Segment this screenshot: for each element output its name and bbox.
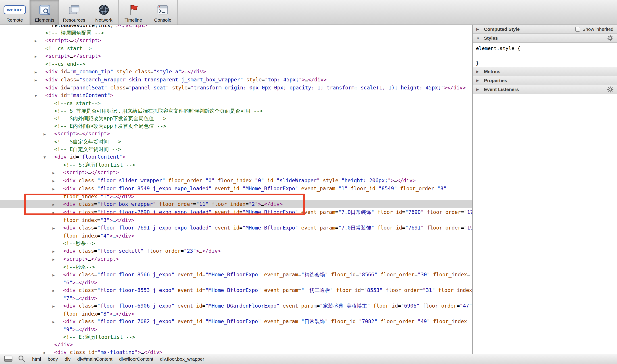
triangle-right-icon[interactable]: ▶: [476, 78, 481, 82]
breadcrumb-item[interactable]: html: [32, 356, 41, 362]
triangle-right-icon[interactable]: ▶: [476, 87, 481, 91]
disclosure-triangle-icon[interactable]: ▶: [53, 287, 63, 294]
disclosure-triangle-icon[interactable]: ▶: [53, 177, 63, 185]
triangle-right-icon[interactable]: ▶: [476, 70, 481, 74]
disclosure-triangle-icon[interactable]: ▶: [53, 256, 63, 263]
console-drawer-toggle-button[interactable]: [2, 355, 14, 364]
disclosure-triangle-icon[interactable]: ▶: [53, 185, 63, 193]
dom-tree-line[interactable]: ▶<div class="floor floor-6906 j_expo" ev…: [0, 302, 472, 310]
dom-tree-line[interactable]: ▶<script>…</script>: [0, 255, 472, 263]
tab-console[interactable]: Console: [148, 0, 178, 25]
breadcrumb-item[interactable]: div#mainContent: [77, 356, 112, 362]
tab-resources[interactable]: Resources: [59, 0, 89, 25]
tab-network[interactable]: Network: [89, 0, 119, 25]
code-token: "7.0日常装饰": [338, 225, 374, 231]
code-token: "floorContent": [79, 154, 122, 160]
dom-tree-line[interactable]: floor_index="1">…</div>: [0, 193, 472, 200]
tab-remote[interactable]: weinreRemote: [0, 0, 30, 25]
gear-icon[interactable]: [607, 86, 613, 92]
code-token: "30": [418, 272, 430, 277]
disclosure-triangle-icon[interactable]: ▶: [53, 224, 63, 232]
dom-tree-line[interactable]: ▶<div class="floor floor-7691 j_expo exp…: [0, 224, 472, 232]
dom-tree-line[interactable]: ▶<div class="search_wrapper skin-transpa…: [0, 76, 472, 84]
dom-tree-line[interactable]: ▶<div class="floor floor-8549 j_expo exp…: [0, 185, 472, 193]
inspect-search-button[interactable]: [16, 355, 28, 364]
dom-tree-line[interactable]: <!-- S内外间距改为app下发首页全局色值 -->: [0, 115, 472, 122]
dom-tree-line[interactable]: floor_index="4">…</div>: [0, 232, 472, 240]
breadcrumb-item[interactable]: div.floor.box_wrapper: [160, 356, 204, 362]
dom-tree-line[interactable]: ▼<div id="floorContent">: [0, 153, 472, 161]
dom-tree-line[interactable]: ▶<div class="floor floor-7082 j_expo" ev…: [0, 318, 472, 326]
sidebar-section-properties[interactable]: ▶Properties: [473, 76, 617, 85]
disclosure-triangle-icon[interactable]: ▶: [35, 37, 45, 45]
dom-tree-line[interactable]: <!-- S自定义年货时间 -->: [0, 138, 472, 145]
dom-tree-line[interactable]: ▼<div id="mainContent">: [0, 91, 472, 100]
dom-tree-line-selected[interactable]: ▶<div class="floor box_wrapper" floor_or…: [0, 200, 472, 208]
breadcrumb-item[interactable]: div: [65, 356, 70, 362]
dom-tree-line[interactable]: ▶<div class="floor floor-7690 j_expo exp…: [0, 208, 472, 216]
triangle-right-icon[interactable]: ▶: [476, 27, 481, 31]
dom-tree-line[interactable]: "6">…</div>: [0, 279, 472, 286]
dom-tree-line[interactable]: <!-- E自定义年货时间 -->: [0, 145, 472, 153]
dom-tree-line[interactable]: <!--秒杀-->: [0, 240, 472, 247]
dom-tree-line[interactable]: <!--cs start-->: [0, 45, 472, 52]
disclosure-triangle-icon[interactable]: ▶: [53, 318, 63, 326]
sidebar-section-computed-style[interactable]: ▶Computed StyleShow inherited: [473, 25, 617, 34]
dom-tree-line[interactable]: "9">…</div>: [0, 326, 472, 333]
dom-tree-line[interactable]: ▶<script>…</script>: [0, 37, 472, 45]
dom-tree-line[interactable]: ▶<script>…</script>: [0, 130, 472, 138]
disclosure-triangle-icon[interactable]: ▶: [53, 169, 63, 177]
dom-tree-line[interactable]: <!-- 楼层圆角配置 -->: [0, 29, 472, 37]
dom-tree-line[interactable]: </div>: [0, 341, 472, 348]
disclosure-triangle-icon[interactable]: ▶: [35, 68, 45, 76]
triangle-down-icon[interactable]: ▼: [476, 36, 481, 40]
dom-tree-line[interactable]: "7">…</div>: [0, 294, 472, 302]
tab-timeline[interactable]: Timeline: [119, 0, 148, 25]
breadcrumb-item[interactable]: body: [48, 356, 58, 362]
sidebar-section-styles[interactable]: ▼Styles: [473, 34, 617, 43]
show-inherited-checkbox[interactable]: [575, 27, 580, 32]
sidebar-section-event-listeners[interactable]: ▶Event Listeners: [473, 85, 617, 94]
tab-elements[interactable]: Elements: [30, 0, 59, 25]
element-style-rule-open[interactable]: element.style {: [476, 45, 617, 52]
disclosure-triangle-icon[interactable]: ▶: [53, 302, 63, 310]
dom-tree-line[interactable]: floor_index="8">…</div>: [0, 310, 472, 318]
code-token: "49": [418, 318, 430, 324]
gear-icon[interactable]: [607, 35, 613, 41]
dom-tree-line[interactable]: ▶<div class="floor floor-8553 j_expo" ev…: [0, 286, 472, 294]
dom-tree-line[interactable]: ▶<div class="floor slider-wrapper" floor…: [0, 177, 472, 185]
breadcrumb-item[interactable]: div#floorContent: [119, 356, 153, 362]
dom-tree-line[interactable]: =_reloadResource(this)"></script>: [0, 25, 472, 29]
disclosure-triangle-icon[interactable]: ▶: [35, 53, 45, 60]
disclosure-triangle-icon[interactable]: ▶: [53, 209, 63, 216]
disclosure-triangle-icon[interactable]: ▶: [35, 76, 45, 84]
dom-tree-line[interactable]: ▶<div class="floor floor-8566 j_expo" ev…: [0, 271, 472, 279]
dom-tree-line[interactable]: floor_index="3">…</div>: [0, 216, 472, 224]
code-token: "7": [63, 295, 73, 301]
disclosure-triangle-icon[interactable]: ▶: [43, 349, 54, 354]
dom-tree-line[interactable]: ▶<script>…</script>: [0, 169, 472, 177]
dom-tree-line[interactable]: ▶<script>…</script>: [0, 52, 472, 60]
code-token: =: [262, 77, 265, 82]
dom-tree-line[interactable]: <!--cs start-->: [0, 100, 472, 107]
dom-tree-line[interactable]: <div id="pannelSeat" class="pannel-seat"…: [0, 84, 472, 91]
dom-tree-line[interactable]: <!-- E:遍历floorList -->: [0, 333, 472, 341]
code-token: "search_wrapper skin-transparent j_smart…: [79, 77, 243, 82]
dom-tree-line[interactable]: <!-- E内外间距改为app下发首页全局色值 -->: [0, 122, 472, 130]
dom-tree-line[interactable]: <!--cs end-->: [0, 60, 472, 68]
disclosure-triangle-icon[interactable]: ▶: [43, 130, 54, 138]
dom-tree-line[interactable]: <!--秒杀-->: [0, 263, 472, 271]
dom-tree-line[interactable]: ▶<div class="floor seckill" floor_order=…: [0, 247, 472, 255]
disclosure-triangle-icon[interactable]: ▼: [43, 154, 54, 161]
dom-tree-line[interactable]: <!-- S:遍历floorList -->: [0, 161, 472, 169]
disclosure-triangle-icon[interactable]: ▶: [53, 201, 63, 208]
disclosure-triangle-icon[interactable]: ▼: [35, 92, 45, 100]
sidebar-section-metrics[interactable]: ▶Metrics: [473, 67, 617, 76]
dom-tree-line[interactable]: <!-- S 首屏是否可用标记，用来给后端在抓取容灾文件的时候判断这个页面是否可…: [0, 107, 472, 115]
disclosure-triangle-icon[interactable]: ▶: [53, 271, 63, 279]
dom-tree-line[interactable]: ▶<div id="m_common_tip" style class="sty…: [0, 68, 472, 76]
code-token: …: [70, 38, 73, 43]
disclosure-triangle-icon[interactable]: ▶: [53, 247, 63, 255]
dom-tree-line[interactable]: ▶<div class id="ms-floating">…</div>: [0, 348, 472, 354]
section-label: Properties: [484, 78, 507, 83]
